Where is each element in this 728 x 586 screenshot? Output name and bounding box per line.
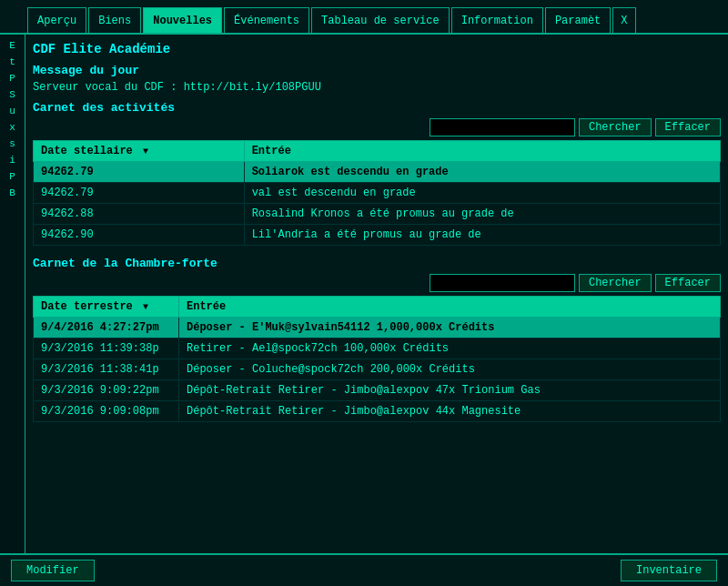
modifier-button[interactable]: Modifier [11, 560, 95, 581]
sidebar-letter: B [9, 186, 15, 200]
vault-col-entry[interactable]: Entrée [179, 297, 721, 318]
tab-evenements[interactable]: Événements [224, 7, 309, 33]
activities-row-entry: Soliarok est descendu en grade [244, 162, 720, 183]
activities-clear-button[interactable]: Effacer [655, 118, 721, 136]
vault-row-date: 9/3/2016 11:38:41p [34, 359, 179, 380]
activities-row-date: 94262.79 [34, 183, 245, 204]
activities-row[interactable]: 94262.79 Soliarok est descendu en grade [34, 162, 721, 183]
vault-row-entry: Retirer - Ael@spock72ch 100,000x Crédits [179, 338, 721, 359]
sidebar-letter: x [9, 120, 15, 135]
vault-row[interactable]: 9/3/2016 9:09:08pm Dépôt-Retrait Retirer… [34, 401, 721, 422]
sidebar-letter: t [9, 55, 15, 69]
activities-col-date[interactable]: Date stellaire ▼ [34, 141, 245, 162]
activities-row-date: 94262.88 [34, 204, 245, 225]
sidebar-letter: P [9, 169, 15, 184]
tab-biens[interactable]: Biens [88, 7, 141, 33]
activities-title: Carnet des activités [33, 101, 721, 115]
activities-row[interactable]: 94262.90 Lil'Andria a été promus au grad… [34, 225, 721, 246]
sidebar-letter: u [9, 104, 15, 118]
vault-row-date: 9/4/2016 4:27:27pm [34, 318, 179, 338]
activities-row-entry: Lil'Andria a été promus au grade de [244, 225, 720, 246]
vault-title: Carnet de la Chambre-forte [33, 257, 721, 270]
message-section-title: Message du jour [33, 64, 721, 77]
vault-search-input[interactable] [430, 274, 575, 292]
vault-row-date: 9/3/2016 11:39:38p [34, 338, 179, 359]
activities-row[interactable]: 94262.79 val est descendu en grade [34, 183, 721, 204]
sidebar-strip: E t P S u x s i P B [0, 35, 25, 553]
tab-tableau[interactable]: Tableau de service [311, 7, 450, 33]
activities-search-row: Chercher Effacer [33, 118, 721, 136]
activities-row[interactable]: 94262.88 Rosalind Kronos a été promus au… [34, 204, 721, 225]
tab-close-button[interactable]: X [612, 7, 635, 33]
vault-row-date: 9/3/2016 9:09:08pm [34, 401, 179, 422]
vault-search-row: Chercher Effacer [33, 274, 721, 292]
sidebar-letter: s [9, 136, 15, 151]
activities-table: Date stellaire ▼ Entrée 94262.79 Soliaro… [33, 140, 721, 246]
vault-search-button[interactable]: Chercher [579, 274, 652, 292]
activities-row-date: 94262.90 [34, 225, 245, 246]
sidebar-letter: P [9, 71, 15, 86]
sidebar-letter: i [9, 153, 15, 167]
vault-clear-button[interactable]: Effacer [655, 274, 721, 292]
bottom-bar: Modifier Inventaire [0, 553, 728, 586]
vault-row-date: 9/3/2016 9:09:22pm [34, 380, 179, 401]
activities-search-input[interactable] [430, 118, 575, 136]
activities-row-entry: Rosalind Kronos a été promus au grade de [244, 204, 720, 225]
activities-search-button[interactable]: Chercher [579, 118, 652, 136]
tab-parametres[interactable]: Paramèt [545, 7, 611, 33]
inventaire-button[interactable]: Inventaire [621, 560, 717, 581]
activities-row-entry: val est descendu en grade [244, 183, 720, 204]
sidebar-letter: E [9, 38, 15, 53]
vault-row-entry: Déposer - Coluche@spock72ch 200,000x Cré… [179, 359, 721, 380]
vault-row-entry: Dépôt-Retrait Retirer - Jimbo@alexpov 44… [179, 401, 721, 422]
tab-apercu[interactable]: Aperçu [27, 7, 86, 33]
org-title: CDF Elite Académie [33, 42, 721, 56]
vault-row[interactable]: 9/4/2016 4:27:27pm Déposer - E'Muk@sylva… [34, 318, 721, 338]
activities-col-entry[interactable]: Entrée [244, 141, 720, 162]
vault-row[interactable]: 9/3/2016 11:38:41p Déposer - Coluche@spo… [34, 359, 721, 380]
vault-table: Date terrestre ▼ Entrée 9/4/2016 4:27:27… [33, 296, 721, 422]
sort-arrow-icon: ▼ [143, 302, 148, 312]
sidebar-letter: S [9, 87, 15, 102]
tab-nouvelles[interactable]: Nouvelles [143, 7, 222, 33]
tab-information[interactable]: Information [451, 7, 543, 33]
vault-col-date[interactable]: Date terrestre ▼ [34, 297, 179, 318]
vault-row-entry: Dépôt-Retrait Retirer - Jimbo@alexpov 47… [179, 380, 721, 401]
tab-bar: Aperçu Biens Nouvelles Événements Tablea… [0, 0, 728, 35]
sort-arrow-icon: ▼ [143, 146, 148, 157]
message-text: Serveur vocal du CDF : http://bit.ly/108… [33, 81, 721, 94]
vault-row[interactable]: 9/3/2016 11:39:38p Retirer - Ael@spock72… [34, 338, 721, 359]
vault-row-entry: Déposer - E'Muk@sylvain54112 1,000,000x … [179, 318, 721, 338]
main-content: CDF Elite Académie Message du jour Serve… [25, 35, 728, 553]
activities-row-date: 94262.79 [34, 162, 245, 183]
vault-row[interactable]: 9/3/2016 9:09:22pm Dépôt-Retrait Retirer… [34, 380, 721, 401]
